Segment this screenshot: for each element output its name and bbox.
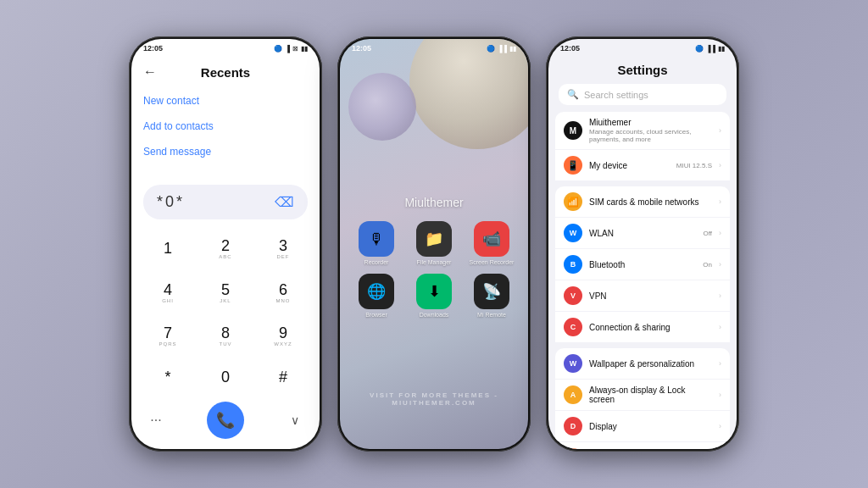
wallpaper-text: Wallpaper & personalization <box>589 359 712 369</box>
settings-item-sound[interactable]: S Sound & vibration › <box>555 442 730 449</box>
settings-item-simcards[interactable]: 📶 SIM cards & mobile networks › <box>555 186 730 217</box>
status-time-3: 12:05 <box>560 44 580 53</box>
bluetooth-icon-3: 🔵 <box>695 45 704 53</box>
app-miremote[interactable]: 📡 Mi Remote <box>467 274 516 318</box>
backspace-button[interactable]: ⌫ <box>275 194 294 210</box>
screenrecorder-icon: 📹 <box>474 221 509 257</box>
settings-item-vpn[interactable]: V VPN › <box>555 280 730 311</box>
miremote-label: Mi Remote <box>477 312 506 318</box>
wlan-badge: Off <box>703 230 712 237</box>
add-to-contacts-link[interactable]: Add to contacts <box>143 120 308 132</box>
signal-icon-3: ▐▐ <box>706 45 715 53</box>
recorder-label: Recorder <box>364 259 389 265</box>
send-message-link[interactable]: Send message <box>143 146 308 158</box>
search-icon: 🔍 <box>567 89 579 100</box>
display-text: Display <box>589 422 712 431</box>
new-contact-link[interactable]: New contact <box>143 95 308 107</box>
mydevice-text: My device <box>589 161 670 170</box>
watermark: VISIT FOR MORE THEMES - MIUITHEMER.COM <box>340 391 528 407</box>
miremote-icon: 📡 <box>474 274 509 309</box>
key-0[interactable]: 0 <box>198 359 253 396</box>
keypad: 1 2ABC 3DEF 4GHI 5JKL 6MNO 7PQRS 8TUV 9W… <box>131 228 320 395</box>
bluetooth-badge: On <box>703 261 712 269</box>
settings-item-wallpaper[interactable]: W Wallpaper & personalization › <box>555 348 730 379</box>
miuithemer-icon: M <box>564 121 582 140</box>
key-3[interactable]: 3DEF <box>255 228 311 270</box>
settings-item-miuithemer[interactable]: M Miuithemer Manage accounts, cloud serv… <box>555 112 730 149</box>
status-bar-2: 12:05 🔵 ▐▐ ▮▮ <box>340 39 528 58</box>
connection-icon: C <box>564 318 582 336</box>
key-7[interactable]: 7PQRS <box>140 315 196 358</box>
settings-item-bluetooth[interactable]: B Bluetooth On › <box>555 249 730 280</box>
search-bar[interactable]: 🔍 Search settings <box>559 84 726 105</box>
status-icons-3: 🔵 ▐▐ ▮▮ <box>695 45 725 53</box>
key-6[interactable]: 6MNO <box>255 272 311 314</box>
key-5[interactable]: 5JKL <box>198 272 253 314</box>
call-button[interactable]: 📞 <box>207 402 244 439</box>
app-recorder[interactable]: 🎙 Recorder <box>352 221 401 265</box>
settings-item-connection[interactable]: C Connection & sharing › <box>555 312 730 342</box>
app-browser[interactable]: 🌐 Browser <box>352 274 401 318</box>
mydevice-badge: MIUI 12.5.S <box>676 162 712 169</box>
bluetooth-title: Bluetooth <box>589 260 696 269</box>
chevron-icon-6: › <box>719 291 721 300</box>
chevron-icon-7: › <box>719 323 721 331</box>
battery-icon-2: ▮▮ <box>509 45 516 53</box>
miuithemer-title: Miuithemer <box>589 118 712 127</box>
status-icons-2: 🔵 ▐▐ ▮▮ <box>487 45 516 53</box>
key-star[interactable]: * <box>140 359 196 396</box>
recorder-icon: 🎙 <box>359 221 394 257</box>
wallpaper-icon: W <box>564 354 582 373</box>
wallpaper-title: Wallpaper & personalization <box>589 359 712 369</box>
key-2[interactable]: 2ABC <box>198 228 253 270</box>
battery-icon: ▮▮ <box>301 45 308 53</box>
bottom-bar: ··· 📞 ∨ <box>131 395 320 449</box>
status-time-2: 12:05 <box>352 44 371 53</box>
browser-label: Browser <box>365 312 387 318</box>
display-icon: D <box>564 417 582 435</box>
key-9[interactable]: 9WXYZ <box>255 315 311 358</box>
more-options-button[interactable]: ··· <box>143 408 169 433</box>
status-icons-1: 🔵 ▐ ⊠ ▮▮ <box>274 45 308 53</box>
dial-number: *0* <box>157 193 185 211</box>
key-hash[interactable]: # <box>255 359 311 396</box>
signal-icon-2: ▐▐ <box>498 45 507 53</box>
recents-header: ← Recents <box>131 58 320 85</box>
key-1[interactable]: 1 <box>140 228 196 270</box>
settings-item-display[interactable]: D Display › <box>555 411 730 441</box>
key-8[interactable]: 8TUV <box>198 315 253 358</box>
chevron-icon-2: › <box>719 161 721 169</box>
dial-display: *0* ⌫ <box>143 185 308 219</box>
signal-icon: ▐ <box>285 45 290 53</box>
wlan-icon: W <box>564 224 582 242</box>
back-button[interactable]: ← <box>143 64 157 80</box>
app-screenrecorder[interactable]: 📹 Screen Recorder <box>467 221 516 265</box>
key-4[interactable]: 4GHI <box>140 272 196 314</box>
sound-icon: S <box>564 448 582 449</box>
settings-content: Settings 🔍 Search settings M Miuithemer … <box>548 39 737 449</box>
app-downloads[interactable]: ⬇ Downloads <box>409 274 459 318</box>
chevron-icon-8: › <box>719 359 721 368</box>
settings-item-wlan[interactable]: W WLAN Off › <box>555 218 730 248</box>
page-title: Recents <box>201 65 250 80</box>
wifi-icon: ⊠ <box>292 45 298 53</box>
expand-button[interactable]: ∨ <box>282 408 308 433</box>
settings-item-mydevice[interactable]: 📱 My device MIUI 12.5.S › <box>555 150 730 180</box>
vpn-icon: V <box>564 286 582 305</box>
simcards-title: SIM cards & mobile networks <box>589 197 712 207</box>
wlan-text: WLAN <box>589 229 696 238</box>
settings-item-alwayson[interactable]: A Always-on display & Lock screen › <box>555 380 730 410</box>
browser-icon: 🌐 <box>359 274 394 309</box>
mydevice-icon: 📱 <box>564 156 582 175</box>
vpn-title: VPN <box>589 291 712 301</box>
app-filemanager[interactable]: 📁 File Manager <box>409 221 459 265</box>
chevron-icon-10: › <box>719 422 721 430</box>
simcards-text: SIM cards & mobile networks <box>589 197 712 207</box>
search-placeholder: Search settings <box>584 90 648 100</box>
chevron-icon-5: › <box>719 260 721 269</box>
phone-recents: 12:05 🔵 ▐ ⊠ ▮▮ ← Recents New contact Add… <box>129 36 322 452</box>
phone-settings: 12:05 🔵 ▐▐ ▮▮ Settings 🔍 Search settings… <box>546 36 739 452</box>
status-bar-3: 12:05 🔵 ▐▐ ▮▮ <box>548 39 737 58</box>
planet-small <box>348 73 416 141</box>
phone-home: 12:05 🔵 ▐▐ ▮▮ Miulthemer 🎙 Recorder 📁 Fi… <box>337 36 531 452</box>
